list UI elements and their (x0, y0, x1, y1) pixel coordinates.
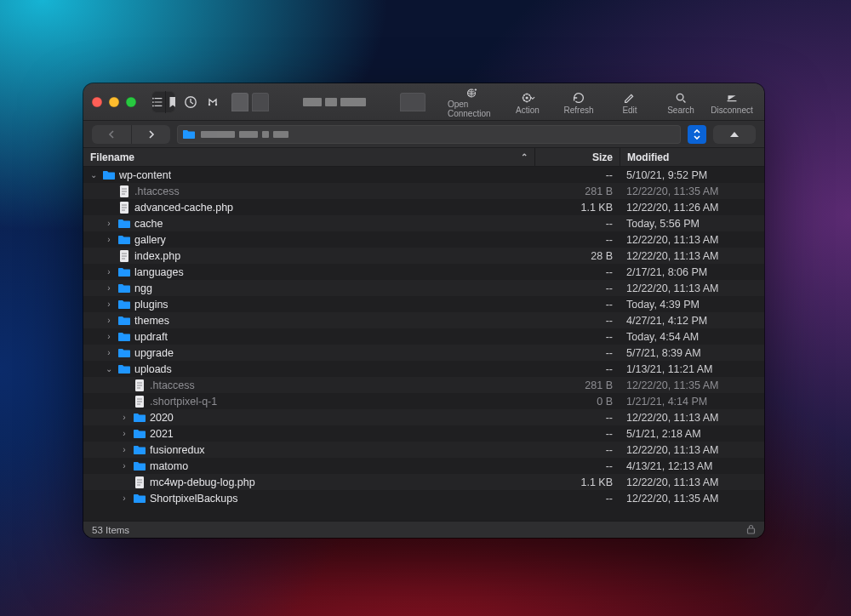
disclosure-triangle-icon[interactable]: › (104, 235, 114, 244)
file-modified: 12/22/20, 11:13 AM (620, 282, 764, 294)
window-tab[interactable] (252, 93, 269, 111)
file-row[interactable]: ›2021--5/1/21, 2:18 AM (83, 425, 764, 442)
disclosure-triangle-icon[interactable]: › (119, 445, 129, 454)
column-headers: Filename ⌃ Size Modified (83, 148, 764, 167)
search-button[interactable]: Search (657, 86, 705, 118)
column-header-modified[interactable]: Modified (620, 148, 764, 166)
path-dropdown[interactable] (177, 125, 681, 144)
file-name: plugins (134, 299, 168, 311)
file-name: .htaccess (134, 185, 180, 197)
path-bar (83, 121, 764, 148)
file-row[interactable]: ›ShortpixelBackups--12/22/20, 11:35 AM (83, 490, 764, 506)
file-size: -- (534, 299, 620, 311)
minimize-window-button[interactable] (109, 97, 119, 107)
status-text: 53 Items (92, 525, 129, 535)
file-modified: 12/22/20, 11:13 AM (620, 444, 764, 456)
toolbar-label: Open Connection (448, 100, 495, 118)
file-modified: 1/21/21, 4:14 PM (620, 396, 764, 408)
disclosure-triangle-icon[interactable]: › (119, 413, 129, 422)
file-row[interactable]: ›index.php28 B12/22/20, 11:13 AM (83, 248, 764, 264)
window-tab[interactable] (231, 93, 248, 111)
folder-icon (117, 265, 131, 279)
svg-point-1 (152, 101, 154, 103)
file-row[interactable]: ›themes--4/27/21, 4:12 PM (83, 312, 764, 328)
file-name: ShortpixelBackups (150, 493, 238, 505)
svg-point-10 (677, 94, 683, 100)
folder-icon (117, 298, 131, 311)
window-tab[interactable] (400, 93, 426, 111)
folder-icon (117, 217, 131, 231)
file-row[interactable]: ⌄uploads--1/13/21, 11:21 AM (83, 361, 764, 377)
disclosure-triangle-icon[interactable]: › (104, 332, 114, 341)
disconnect-button[interactable]: Disconnect (708, 86, 756, 118)
lock-icon (746, 524, 756, 536)
file-row[interactable]: ›plugins--Today, 4:39 PM (83, 296, 764, 312)
file-row[interactable]: ›updraft--Today, 4:54 AM (83, 328, 764, 345)
file-modified: 12/22/20, 11:35 AM (620, 493, 764, 505)
file-row[interactable]: ›languages--2/17/21, 8:06 PM (83, 264, 764, 280)
file-row[interactable]: ›gallery--12/22/20, 11:13 AM (83, 231, 764, 248)
file-row[interactable]: ›ngg--12/22/20, 11:13 AM (83, 280, 764, 296)
file-row[interactable]: ›matomo--4/13/21, 12:13 AM (83, 458, 764, 474)
svg-rect-17 (748, 528, 755, 533)
file-row[interactable]: ›.htaccess281 B12/22/20, 11:35 AM (83, 183, 764, 199)
close-window-button[interactable] (92, 97, 102, 107)
path-stepper-icon[interactable] (688, 125, 706, 144)
file-list[interactable]: ⌄wp-content--5/10/21, 9:52 PM›.htaccess2… (83, 167, 764, 521)
disclosure-triangle-icon[interactable]: › (119, 493, 129, 503)
file-modified: 4/27/21, 4:12 PM (620, 315, 764, 327)
file-size: 0 B (534, 396, 620, 408)
refresh-button[interactable]: Refresh (555, 86, 603, 118)
folder-icon (102, 168, 116, 182)
disclosure-triangle-icon[interactable]: › (104, 299, 114, 309)
column-header-filename[interactable]: Filename ⌃ (83, 148, 534, 166)
folder-icon (117, 330, 131, 344)
folder-icon (133, 443, 146, 457)
history-button[interactable] (184, 91, 197, 113)
window-title-obscured (303, 98, 366, 106)
disclosure-triangle-icon[interactable]: ⌄ (89, 170, 99, 180)
disclosure-triangle-icon[interactable]: › (119, 461, 129, 471)
file-size: -- (534, 460, 620, 472)
disclosure-triangle-icon[interactable]: › (104, 348, 114, 357)
nav-forward-button[interactable] (131, 125, 170, 144)
file-row[interactable]: ⌄wp-content--5/10/21, 9:52 PM (83, 167, 764, 183)
file-modified: 5/10/21, 9:52 PM (620, 169, 764, 181)
action-menu-button[interactable]: Action (504, 86, 551, 118)
file-name: upgrade (134, 347, 174, 359)
file-modified: Today, 5:56 PM (620, 218, 764, 230)
file-name: fusionredux (150, 444, 205, 456)
toolbar-label: Search (667, 106, 694, 115)
file-modified: 12/22/20, 11:13 AM (620, 476, 764, 488)
file-row[interactable]: ›upgrade--5/7/21, 8:39 AM (83, 345, 764, 361)
disclosure-triangle-icon[interactable]: › (104, 283, 114, 293)
file-row[interactable]: ›advanced-cache.php1.1 KB12/22/20, 11:26… (83, 199, 764, 215)
go-up-button[interactable] (713, 125, 756, 144)
edit-button[interactable]: Edit (606, 86, 654, 118)
file-row[interactable]: ›mc4wp-debug-log.php1.1 KB12/22/20, 11:1… (83, 474, 764, 490)
disclosure-triangle-icon[interactable]: ⌄ (104, 364, 114, 374)
file-row[interactable]: ›.shortpixel-q-10 B1/21/21, 4:14 PM (83, 393, 764, 409)
transfers-button[interactable] (206, 91, 220, 113)
svg-point-9 (525, 96, 528, 99)
file-size: -- (534, 444, 620, 456)
nav-back-button[interactable] (92, 125, 131, 144)
file-row[interactable]: ›fusionredux--12/22/20, 11:13 AM (83, 442, 764, 458)
open-connection-button[interactable]: Open Connection (443, 86, 500, 118)
file-name: index.php (134, 250, 180, 262)
column-header-size[interactable]: Size (534, 148, 620, 166)
zoom-window-button[interactable] (126, 97, 136, 107)
file-name: gallery (134, 234, 166, 246)
disclosure-triangle-icon[interactable]: › (104, 316, 114, 325)
file-row[interactable]: ›cache--Today, 5:56 PM (83, 215, 764, 231)
bookmarks-view-button[interactable] (165, 91, 175, 113)
folder-icon (133, 411, 146, 425)
disclosure-triangle-icon[interactable]: › (119, 429, 129, 438)
outline-view-button[interactable] (151, 91, 165, 113)
file-row[interactable]: ›2020--12/22/20, 11:13 AM (83, 409, 764, 425)
folder-icon (117, 233, 131, 247)
view-mode-segment (151, 91, 175, 113)
file-row[interactable]: ›.htaccess281 B12/22/20, 11:35 AM (83, 377, 764, 393)
disclosure-triangle-icon[interactable]: › (104, 219, 114, 228)
disclosure-triangle-icon[interactable]: › (104, 267, 114, 277)
